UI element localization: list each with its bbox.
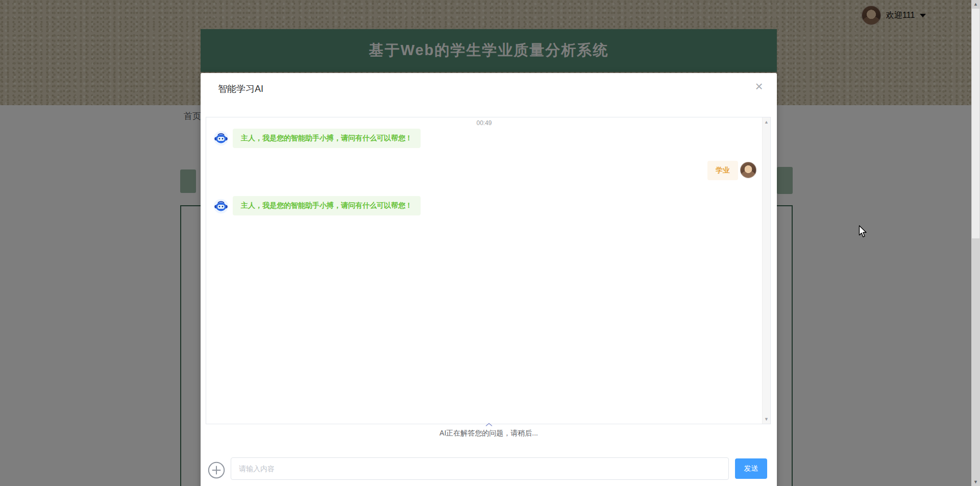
cursor-pointer-icon (859, 225, 870, 240)
chat-input-row: 发送 (201, 457, 777, 483)
close-icon[interactable]: × (751, 79, 767, 94)
chat-message-area[interactable]: 00:49 主人，我是您的智能助手小搏，请问有什么可以帮您！ 学业 (206, 117, 771, 424)
user-message-bubble: 学业 (707, 161, 738, 180)
robot-avatar-icon (213, 131, 229, 146)
ai-chat-dialog: 智能学习AI × 00:49 主人，我是您的智能助手小搏，请问有什么可以帮您！ (201, 73, 777, 486)
ai-status-text: AI正在解答您的问题，请稍后... (201, 429, 777, 438)
plus-circle-icon[interactable] (208, 461, 225, 479)
robot-avatar-icon (213, 199, 229, 214)
scroll-down-icon[interactable]: ▼ (971, 478, 980, 486)
send-button[interactable]: 发送 (735, 458, 767, 479)
chat-timestamp: 00:49 (206, 119, 762, 127)
scrollbar-thumb[interactable] (972, 9, 979, 238)
scroll-up-icon[interactable]: ▲ (763, 118, 770, 126)
scroll-up-icon[interactable]: ▲ (971, 0, 980, 8)
dialog-title: 智能学习AI (218, 83, 263, 95)
chat-scrollbar[interactable]: ▲ ▼ (762, 117, 770, 424)
message-input[interactable] (231, 457, 729, 480)
user-avatar (740, 162, 756, 178)
screen: 基于Web的学生学业质量分析系统 欢迎111 首页 智能学习AI × 00:49 (0, 0, 980, 486)
chevron-up-icon (201, 420, 777, 429)
bot-message-bubble: 主人，我是您的智能助手小搏，请问有什么可以帮您！ (233, 129, 421, 148)
page-scrollbar[interactable]: ▲ ▼ (971, 0, 980, 486)
bot-message-bubble: 主人，我是您的智能助手小搏，请问有什么可以帮您！ (233, 196, 421, 215)
